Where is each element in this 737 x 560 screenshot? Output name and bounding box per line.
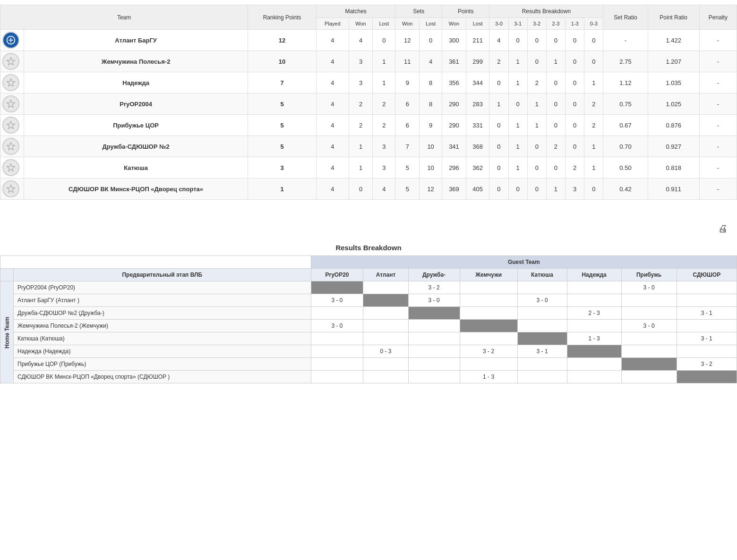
rb-score-cell: 3 - 2 — [460, 345, 517, 358]
team-name-cell: PryOP2004 — [24, 93, 248, 115]
guest-col-header: Атлант — [363, 269, 408, 281]
rb-2-3-header: 2-3 — [546, 18, 565, 30]
data-cell: 3 — [349, 51, 373, 72]
rb-home-team-name: Дружба-СДЮШОР №2 (Дружба-) — [14, 307, 311, 320]
rb-row: Дружба-СДЮШОР №2 (Дружба-)2 - 33 - 1 — [0, 307, 737, 320]
data-cell: 4 — [316, 51, 349, 72]
rb-home-team-name: Катюша (Катюша) — [14, 332, 311, 345]
rb-score-cell: 2 - 3 — [567, 307, 621, 320]
data-cell: 0 — [489, 115, 508, 136]
data-cell: 0 — [566, 136, 584, 157]
data-cell: 296 — [442, 157, 466, 178]
data-cell: 4 — [316, 157, 349, 178]
rb-score-cell: 3 - 0 — [408, 294, 460, 307]
ranking-points-header: Ranking Points — [248, 5, 317, 30]
team-logo — [2, 32, 19, 49]
rb-score-cell: 3 - 0 — [517, 294, 567, 307]
data-cell: 0.911 — [648, 178, 699, 200]
rb-score-cell — [363, 358, 408, 371]
guest-col-header: Надежда — [567, 269, 621, 281]
data-cell: 1 — [373, 51, 395, 72]
rb-home-team-name: СДЮШОР ВК Минск-РЦОП «Дворец спорта» (СД… — [14, 371, 311, 383]
team-logo — [2, 95, 19, 112]
points-header: Points — [442, 5, 489, 18]
rb-score-cell — [517, 332, 567, 345]
data-cell: 1 — [349, 157, 373, 178]
data-cell: 4 — [349, 30, 373, 51]
data-cell: 2 — [489, 51, 508, 72]
rb-score-cell — [677, 320, 737, 332]
rb-score-cell — [677, 345, 737, 358]
team-logo — [2, 180, 19, 197]
data-cell: 4 — [420, 51, 442, 72]
data-cell: 0 — [566, 51, 584, 72]
rb-row: Атлант БарГУ (Атлант )3 - 03 - 03 - 0 — [0, 294, 737, 307]
data-cell: 290 — [442, 93, 466, 115]
data-cell: 2 — [373, 115, 395, 136]
data-cell: 369 — [442, 178, 466, 200]
rb-score-cell — [311, 358, 363, 371]
data-cell: 0 — [527, 51, 546, 72]
rb-score-cell — [363, 320, 408, 332]
data-cell: 3 — [566, 178, 584, 200]
data-cell: 0 — [508, 178, 527, 200]
lost-header: Lost — [373, 18, 395, 30]
data-cell: 0 — [489, 178, 508, 200]
rb-row: Home TeamPryOP2004 (PryOP20)3 - 23 - 0 — [0, 281, 737, 294]
rb-score-cell — [460, 307, 517, 320]
data-cell: 1 — [508, 51, 527, 72]
rb-score-cell — [363, 281, 408, 294]
data-cell: 11 — [395, 51, 420, 72]
rb-score-cell — [408, 371, 460, 383]
data-cell: 0 — [508, 93, 527, 115]
data-cell: 0 — [527, 136, 546, 157]
data-cell: 3 — [349, 72, 373, 93]
rb-score-cell — [677, 281, 737, 294]
team-logo — [2, 138, 19, 155]
data-cell: 1.12 — [603, 72, 648, 93]
data-cell: 12 — [420, 178, 442, 200]
rb-score-cell — [567, 345, 621, 358]
data-cell: 0 — [527, 178, 546, 200]
data-cell: 0 — [546, 93, 565, 115]
data-cell: 3 — [373, 157, 395, 178]
rb-score-cell — [621, 345, 677, 358]
rb-score-cell — [517, 307, 567, 320]
rb-score-cell — [621, 332, 677, 345]
won-header: Won — [349, 18, 373, 30]
sets-won-header: Won — [395, 18, 420, 30]
data-cell: 1 — [508, 136, 527, 157]
data-cell: 4 — [316, 178, 349, 200]
data-cell: 0 — [420, 30, 442, 51]
data-cell: 356 — [442, 72, 466, 93]
standings-header-row-1: Team Ranking Points Matches Sets Points … — [0, 5, 737, 18]
data-cell: 0 — [566, 72, 584, 93]
print-icon[interactable]: 🖨 — [718, 223, 728, 234]
data-cell: 1 — [584, 136, 603, 157]
rb-score-cell — [677, 294, 737, 307]
rb-score-cell: 1 - 3 — [567, 332, 621, 345]
rb-score-cell: 1 - 3 — [460, 371, 517, 383]
data-cell: 2 — [349, 93, 373, 115]
team-logo — [2, 74, 19, 91]
rb-score-cell: 0 - 3 — [363, 345, 408, 358]
data-cell: 405 — [466, 178, 489, 200]
data-cell: 0 — [584, 178, 603, 200]
data-cell: 9 — [420, 115, 442, 136]
home-team-col-header — [0, 269, 14, 281]
data-cell: 2.75 — [603, 51, 648, 72]
data-cell: 300 — [442, 30, 466, 51]
rb-score-cell — [408, 345, 460, 358]
rb-score-cell — [677, 371, 737, 383]
data-cell: 5 — [248, 136, 317, 157]
data-cell: 0.75 — [603, 93, 648, 115]
rb-score-cell — [460, 281, 517, 294]
sets-header: Sets — [395, 5, 442, 18]
data-cell: 7 — [248, 72, 317, 93]
data-cell: - — [603, 30, 648, 51]
home-team-label: Home Team — [0, 281, 14, 383]
data-cell: 1 — [508, 157, 527, 178]
data-cell: 7 — [395, 136, 420, 157]
data-cell: 283 — [466, 93, 489, 115]
data-cell: 344 — [466, 72, 489, 93]
